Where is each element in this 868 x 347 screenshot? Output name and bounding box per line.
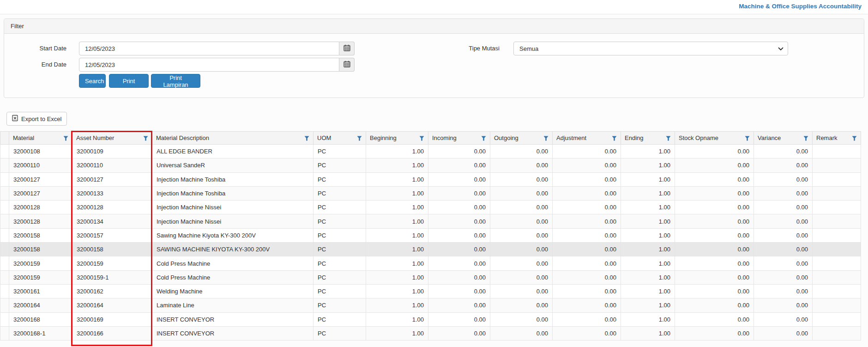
column-header-material_description[interactable]: Material Description bbox=[152, 132, 313, 145]
cell-ending: 1.00 bbox=[621, 201, 675, 214]
column-header-material[interactable]: Material bbox=[9, 132, 72, 145]
tipe-mutasi-select[interactable]: Semua bbox=[513, 42, 788, 55]
top-navbar: Machine & Office Supplies Accountability bbox=[0, 0, 868, 14]
cell-material: 32000161 bbox=[9, 284, 72, 298]
export-to-excel-button[interactable]: Export to Excel bbox=[6, 112, 67, 126]
app-title-link[interactable]: Machine & Office Supplies Accountability bbox=[739, 3, 862, 10]
cell-uom: PC bbox=[313, 284, 366, 298]
column-header-label: Variance bbox=[758, 134, 781, 141]
cell-beginning: 1.00 bbox=[366, 186, 428, 200]
cell-variance: 0.00 bbox=[754, 326, 813, 340]
cell-outgoing: 0.00 bbox=[490, 158, 553, 172]
table-row[interactable]: 3200015932000159Cold Press MachinePC1.00… bbox=[0, 256, 861, 270]
column-header-outgoing[interactable]: Outgoing bbox=[490, 132, 553, 145]
cell-adjustment: 0.00 bbox=[553, 298, 621, 312]
cell-uom: PC bbox=[313, 270, 366, 284]
filter-icon[interactable] bbox=[481, 135, 486, 142]
column-header-label: Asset Number bbox=[76, 134, 114, 141]
column-header-label: UOM bbox=[317, 134, 331, 141]
cell-adjustment: 0.00 bbox=[553, 214, 621, 228]
start-date-input[interactable] bbox=[79, 42, 339, 55]
cell-incoming: 0.00 bbox=[428, 298, 490, 312]
cell-beginning: 1.00 bbox=[366, 326, 428, 340]
column-header-label: Outgoing bbox=[494, 134, 518, 141]
cell-material_description: Laminate Line bbox=[152, 298, 313, 312]
cell-beginning: 1.00 bbox=[366, 284, 428, 298]
cell-material: 32000168 bbox=[9, 312, 72, 326]
cell-incoming: 0.00 bbox=[428, 284, 490, 298]
filter-icon[interactable] bbox=[357, 135, 362, 142]
cell-blank bbox=[0, 201, 9, 214]
filter-icon[interactable] bbox=[852, 135, 857, 142]
print-button[interactable]: Print bbox=[109, 74, 149, 88]
cell-asset_number: 32000127 bbox=[72, 172, 152, 186]
start-date-calendar-button[interactable] bbox=[339, 42, 355, 55]
filter-icon[interactable] bbox=[143, 135, 148, 142]
cell-asset_number: 32000109 bbox=[72, 145, 152, 158]
filter-icon[interactable] bbox=[612, 135, 617, 142]
cell-remark bbox=[813, 186, 861, 200]
cell-uom: PC bbox=[313, 326, 366, 340]
print-lampiran-button[interactable]: Print Lampiran bbox=[151, 74, 200, 88]
table-row[interactable]: 32000168-132000166INSERT CONVEYORPC1.000… bbox=[0, 326, 861, 340]
column-header-adjustment[interactable]: Adjustment bbox=[553, 132, 621, 145]
end-date-input[interactable] bbox=[79, 58, 339, 72]
cell-material_description: SAWING MACHINE KIYOTA KY-300 200V bbox=[152, 243, 313, 256]
table-row[interactable]: 3200015832000158SAWING MACHINE KIYOTA KY… bbox=[0, 243, 861, 256]
table-row[interactable]: 3200012832000134Injection Machine Nissei… bbox=[0, 214, 861, 228]
cell-material: 32000168-1 bbox=[9, 326, 72, 340]
cell-ending: 1.00 bbox=[621, 214, 675, 228]
column-header-remark[interactable]: Remark bbox=[813, 132, 861, 145]
table-row[interactable]: 3200015832000157Sawing Machine Kiyota KY… bbox=[0, 228, 861, 242]
filter-icon[interactable] bbox=[543, 135, 549, 142]
cell-variance: 0.00 bbox=[754, 270, 813, 284]
column-header-uom[interactable]: UOM bbox=[313, 132, 366, 145]
table-row[interactable]: 3200016432000164Laminate LinePC1.000.000… bbox=[0, 298, 861, 312]
table-row[interactable]: 3200012732000127Injection Machine Toshib… bbox=[0, 172, 861, 186]
column-header-label: Material bbox=[13, 134, 34, 141]
column-header-variance[interactable]: Variance bbox=[754, 132, 813, 145]
cell-beginning: 1.00 bbox=[366, 158, 428, 172]
filter-icon[interactable] bbox=[745, 135, 750, 142]
cell-outgoing: 0.00 bbox=[490, 228, 553, 242]
cell-incoming: 0.00 bbox=[428, 158, 490, 172]
cell-adjustment: 0.00 bbox=[553, 326, 621, 340]
cell-remark bbox=[813, 243, 861, 256]
cell-beginning: 1.00 bbox=[366, 270, 428, 284]
cell-outgoing: 0.00 bbox=[490, 270, 553, 284]
table-row[interactable]: 3200011032000110Universal SandeRPC1.000.… bbox=[0, 158, 861, 172]
column-header-beginning[interactable]: Beginning bbox=[366, 132, 428, 145]
filter-icon[interactable] bbox=[63, 135, 68, 142]
cell-material_description: ALL EDGE BANDER bbox=[152, 145, 313, 158]
cell-ending: 1.00 bbox=[621, 186, 675, 200]
table-row[interactable]: 3200015932000159-1Cold Press MachinePC1.… bbox=[0, 270, 861, 284]
cell-blank bbox=[0, 298, 9, 312]
filter-icon[interactable] bbox=[666, 135, 671, 142]
cell-ending: 1.00 bbox=[621, 172, 675, 186]
table-row[interactable]: 3200016132000162Welding MachinePC1.000.0… bbox=[0, 284, 861, 298]
filter-icon[interactable] bbox=[803, 135, 808, 142]
table-row[interactable]: 3200010832000109ALL EDGE BANDERPC1.000.0… bbox=[0, 145, 861, 158]
cell-incoming: 0.00 bbox=[428, 256, 490, 270]
cell-remark bbox=[813, 201, 861, 214]
column-header-stock_opname[interactable]: Stock Opname bbox=[675, 132, 754, 145]
cell-blank bbox=[0, 214, 9, 228]
export-to-excel-label: Export to Excel bbox=[21, 116, 61, 122]
table-row[interactable]: 3200016832000169INSERT CONVEYORPC1.000.0… bbox=[0, 312, 861, 326]
cell-remark bbox=[813, 214, 861, 228]
cell-outgoing: 0.00 bbox=[490, 186, 553, 200]
column-header-ending[interactable]: Ending bbox=[621, 132, 675, 145]
table-row[interactable]: 3200012832000128Injection Machine Nissei… bbox=[0, 201, 861, 214]
cell-incoming: 0.00 bbox=[428, 145, 490, 158]
column-header-incoming[interactable]: Incoming bbox=[428, 132, 490, 145]
search-button[interactable]: Search bbox=[79, 74, 106, 88]
end-date-calendar-button[interactable] bbox=[339, 58, 355, 72]
cell-remark bbox=[813, 270, 861, 284]
filter-icon[interactable] bbox=[304, 135, 309, 142]
column-header-asset_number[interactable]: Asset Number bbox=[72, 132, 152, 145]
table-row[interactable]: 3200012732000133Injection Machine Toshib… bbox=[0, 186, 861, 200]
cell-stock_opname: 0.00 bbox=[675, 158, 754, 172]
cell-adjustment: 0.00 bbox=[553, 172, 621, 186]
filter-icon[interactable] bbox=[419, 135, 424, 142]
start-date-label: Start Date bbox=[4, 42, 66, 55]
